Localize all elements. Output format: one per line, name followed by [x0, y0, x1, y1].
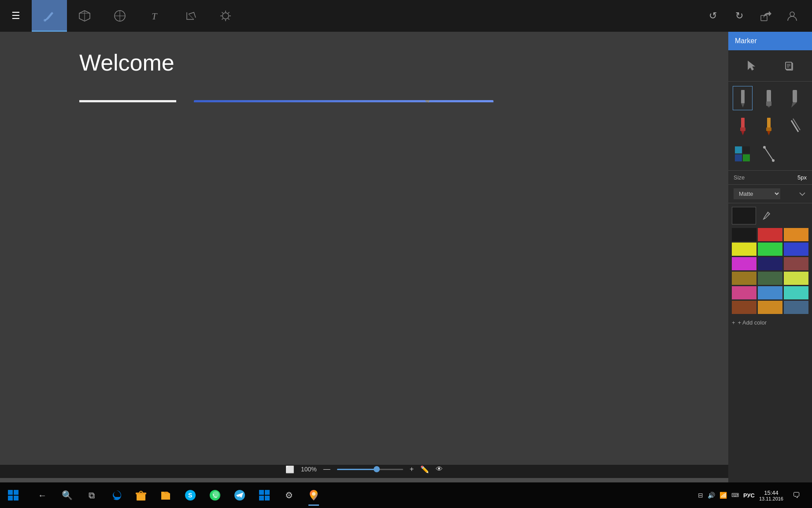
sidebar-tools-top	[728, 50, 812, 82]
taskbar-network[interactable]: 📶	[719, 492, 727, 499]
brush-palette[interactable]	[733, 142, 753, 166]
brush-calligraphy[interactable]	[785, 86, 805, 110]
brush-pen[interactable]	[733, 86, 753, 110]
welcome-title: Welcome	[79, 49, 715, 76]
menu-button[interactable]: ☰	[0, 0, 32, 32]
taskbar-volume[interactable]: 🔊	[708, 492, 715, 499]
toolbar-tool-effects[interactable]	[208, 0, 243, 32]
new-button[interactable]: New	[79, 100, 176, 102]
color-swatch-pink[interactable]	[732, 286, 756, 299]
svg-rect-70	[793, 90, 797, 102]
color-swatch-yellow[interactable]	[732, 243, 756, 256]
taskbar-store-app[interactable]	[130, 484, 152, 507]
undo-button[interactable]: ↺	[702, 5, 724, 27]
share-button[interactable]	[755, 5, 777, 27]
alien-banner: Alien challenge When alien creatures bat…	[194, 100, 493, 102]
taskbar-notification-center[interactable]: 🗨	[788, 486, 805, 504]
svg-rect-90	[136, 493, 146, 494]
zoom-slider-thumb[interactable]	[374, 466, 380, 472]
toolbar-tool-text[interactable]: T	[137, 0, 173, 32]
current-color-swatch[interactable]	[732, 207, 756, 224]
svg-rect-85	[8, 490, 13, 495]
color-palette	[732, 228, 808, 314]
toolbar-tool-brush[interactable]	[32, 0, 67, 32]
taskbar-telegram-app[interactable]	[228, 484, 251, 507]
zoom-slider-fill	[337, 469, 377, 470]
canvas-mode-icon[interactable]: ⬜	[285, 465, 294, 474]
top-toolbar: ☰ T	[0, 0, 812, 32]
svg-rect-96	[265, 490, 270, 495]
zoom-eye-icon[interactable]: 👁	[436, 465, 443, 473]
redo-button[interactable]: ↻	[728, 5, 750, 27]
toolbar-tool-resize[interactable]	[173, 0, 208, 32]
svg-rect-87	[8, 496, 13, 501]
taskbar-windows-app[interactable]	[253, 484, 276, 507]
taskbar-apps: ← 🔍 ⧉ S	[26, 484, 698, 507]
taskbar-keyboard[interactable]: ⌨	[731, 492, 739, 498]
color-swatch-steelblue[interactable]	[784, 301, 808, 314]
account-button[interactable]	[781, 5, 803, 27]
svg-rect-67	[741, 90, 745, 103]
toolbar-right: ↺ ↻	[702, 5, 812, 27]
add-color-button[interactable]: + + Add color	[732, 318, 808, 328]
svg-point-83	[772, 159, 775, 162]
svg-point-18	[790, 12, 794, 16]
svg-text:S: S	[188, 492, 192, 499]
zoom-percent: 100%	[301, 466, 317, 473]
taskbar-back-button[interactable]: ←	[31, 484, 54, 507]
color-swatch-darkred[interactable]	[784, 257, 808, 270]
svg-rect-89	[137, 493, 145, 501]
taskbar-edge-app[interactable]	[105, 484, 128, 507]
color-swatch-green[interactable]	[758, 243, 782, 256]
toolbar-tool-stickers[interactable]	[102, 0, 137, 32]
zoom-minus-button[interactable]: —	[323, 465, 330, 473]
zoom-slider[interactable]	[337, 469, 403, 470]
color-swatch-teal[interactable]	[784, 286, 808, 299]
brush-watercolor[interactable]	[759, 114, 779, 138]
taskbar-files-app[interactable]	[154, 484, 177, 507]
start-button[interactable]	[0, 482, 26, 508]
svg-text:T: T	[152, 11, 158, 22]
zoom-plus-button[interactable]: +	[410, 465, 414, 473]
zoom-pen-icon[interactable]: ✏️	[420, 465, 429, 474]
opacity-dropdown[interactable]: Matte Transparent	[734, 188, 780, 199]
color-swatch-red[interactable]	[758, 228, 782, 241]
brush-eraser[interactable]	[785, 114, 805, 138]
taskbar-taskview-button[interactable]: ⧉	[80, 484, 103, 507]
color-swatch-darkblue[interactable]	[758, 257, 782, 270]
svg-rect-72	[740, 127, 745, 131]
color-swatch-sienna[interactable]	[732, 301, 756, 314]
brush-types	[728, 82, 812, 170]
color-swatch-orange[interactable]	[784, 228, 808, 241]
svg-line-13	[222, 12, 223, 14]
color-swatch-lime[interactable]	[784, 272, 808, 285]
taskbar-search-button[interactable]: 🔍	[56, 484, 78, 507]
taskbar-whatsapp-app[interactable]	[204, 484, 226, 507]
copy-tool[interactable]	[780, 57, 798, 75]
svg-point-8	[222, 13, 229, 19]
eyedropper-button[interactable]	[760, 209, 773, 222]
svg-rect-98	[265, 496, 270, 501]
color-swatch-darkgreen[interactable]	[758, 272, 782, 285]
brush-oil[interactable]	[733, 114, 753, 138]
svg-rect-88	[14, 496, 19, 501]
color-swatch-lightblue[interactable]	[758, 286, 782, 299]
toolbar-tool-3d[interactable]	[67, 0, 102, 32]
svg-line-16	[222, 19, 223, 20]
brush-line[interactable]	[759, 142, 779, 166]
taskbar-paint3d-app[interactable]	[302, 484, 325, 507]
taskbar-show-desktop[interactable]: ⊟	[698, 492, 703, 499]
cursor-tool[interactable]	[743, 57, 760, 75]
color-swatch-purple[interactable]	[732, 257, 756, 270]
taskbar-skype-app[interactable]: S	[179, 484, 202, 507]
color-swatch-blue[interactable]	[784, 243, 808, 256]
taskbar-settings-app[interactable]: ⚙	[278, 484, 300, 507]
brush-marker[interactable]	[759, 86, 779, 110]
color-swatch-gold[interactable]	[758, 301, 782, 314]
svg-rect-71	[741, 118, 745, 128]
color-swatch-brown[interactable]	[732, 272, 756, 285]
taskbar-language[interactable]: РУС	[743, 492, 755, 499]
toolbar-tools: T	[32, 0, 702, 32]
svg-line-84	[767, 213, 769, 215]
color-swatch-black[interactable]	[732, 228, 756, 241]
